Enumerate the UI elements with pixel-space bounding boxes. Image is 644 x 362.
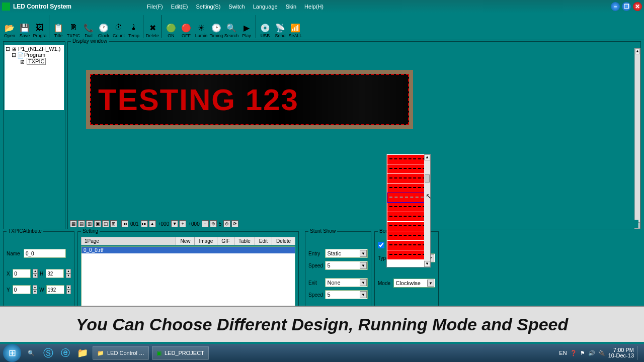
type-option-selected[interactable]: 2	[387, 193, 430, 202]
down-btn[interactable]: ▼	[171, 220, 178, 227]
mode-combo[interactable]: Clockwise▼	[393, 279, 435, 288]
close-button[interactable]: ✕	[633, 2, 642, 11]
clock[interactable]: 7:00 PM10-Dec-13	[608, 347, 634, 358]
menu-setting[interactable]: Setting(S)	[196, 4, 220, 10]
gif-button[interactable]: GIF	[217, 237, 234, 245]
ie-icon[interactable]: ⓔ	[58, 346, 72, 360]
volume-icon[interactable]: 🔊	[588, 350, 595, 356]
type-option[interactable]	[387, 184, 430, 193]
display-canvas[interactable]: TESTING 123	[70, 48, 633, 219]
task-item-1[interactable]: 📁LED Control …	[93, 346, 149, 360]
tree-txpic[interactable]: TXPIC	[27, 58, 46, 65]
menu-language[interactable]: Language	[253, 4, 278, 10]
table-button[interactable]: Table	[234, 237, 255, 245]
type-option[interactable]	[387, 155, 430, 164]
layout-btn-6[interactable]: ⊞	[110, 220, 117, 227]
list-item[interactable]: 0_0_0.rtf	[82, 247, 295, 253]
layout-btn-5[interactable]: ◫	[102, 220, 109, 227]
menu-switch[interactable]: Switch	[228, 4, 245, 10]
menu-help[interactable]: Help(H)	[304, 4, 324, 10]
explorer-icon[interactable]: 📁	[75, 346, 90, 360]
toolbar-clock[interactable]: 🕐Clock	[96, 14, 111, 39]
entry-combo[interactable]: Static▼	[325, 249, 368, 258]
toolbar-temp[interactable]: 🌡Temp	[126, 14, 141, 39]
toolbar-play[interactable]: ▶Play	[239, 14, 254, 39]
w-input[interactable]	[46, 285, 64, 294]
layout-btn-2[interactable]: ▤	[78, 220, 85, 227]
type-option[interactable]	[387, 222, 430, 231]
toolbar-seall[interactable]: 📶SeALL	[288, 14, 303, 39]
vertical-scrollbar[interactable]: ▲ ▼	[634, 48, 640, 229]
type-option[interactable]	[387, 231, 430, 240]
toolbar-dial[interactable]: 📞Dial	[81, 14, 96, 39]
y-input[interactable]	[13, 285, 31, 294]
type-option[interactable]	[387, 250, 430, 259]
tree-program[interactable]: Program	[24, 52, 45, 58]
skype-icon[interactable]: Ⓢ	[41, 346, 55, 360]
toolbar-count[interactable]: ⏱Count	[111, 14, 126, 39]
led-preview-frame[interactable]: TESTING 123	[86, 70, 413, 129]
edit-button[interactable]: Edit	[255, 237, 272, 245]
h-spinner[interactable]: ▲▼	[66, 269, 71, 278]
w-spinner[interactable]: ▲▼	[66, 285, 71, 294]
toolbar-save[interactable]: 💾Save	[17, 14, 32, 39]
first-page-btn[interactable]: ⏮	[121, 220, 128, 227]
toolbar-search[interactable]: 🔍Search	[224, 14, 239, 39]
toolbar-progra[interactable]: 🖼Progra	[32, 14, 47, 39]
power-icon[interactable]: 🔌	[598, 350, 605, 356]
toolbar-on[interactable]: 🟢ON	[164, 14, 179, 39]
name-input[interactable]	[24, 249, 66, 258]
type-option[interactable]	[387, 164, 430, 173]
toolbar-off[interactable]: 🔴OFF	[179, 14, 194, 39]
lang-indicator[interactable]: EN	[559, 350, 567, 356]
toolbar-title[interactable]: 📋Title	[51, 14, 66, 39]
tree-view[interactable]: ⊟🖥P1_(N1.ZH_W1.) ⊟📄Program 🖹TXPIC	[5, 45, 64, 110]
layout-btn-3[interactable]: ▥	[86, 220, 93, 227]
toolbar-usb[interactable]: 💿USB	[258, 14, 273, 39]
minimize-button[interactable]: –	[611, 2, 620, 11]
type-option[interactable]	[387, 212, 430, 221]
border-type-dropdown[interactable]: 2 ▲ ▼	[386, 154, 431, 267]
minus-btn[interactable]: −	[202, 220, 209, 227]
tray-app-icon[interactable]: 🔍	[24, 346, 38, 360]
x-input[interactable]	[13, 269, 31, 278]
speed2-combo[interactable]: 5▼	[325, 290, 368, 299]
last-page-btn[interactable]: ⏭	[141, 220, 148, 227]
plus-btn[interactable]: +	[179, 220, 186, 227]
toolbar-timing[interactable]: 🕑Timing	[209, 14, 224, 39]
up-btn[interactable]: ▲	[149, 220, 156, 227]
type-option[interactable]	[387, 241, 430, 250]
delete-button[interactable]: Delete	[272, 237, 295, 245]
task-item-2[interactable]: ▣LED_PROJECT	[152, 346, 209, 360]
speed1-combo[interactable]: 5▼	[325, 261, 368, 270]
h-input[interactable]	[46, 269, 64, 278]
image-button[interactable]: Image	[194, 237, 217, 245]
show-desktop[interactable]	[637, 346, 641, 360]
popup-scrollbar[interactable]: ▲ ▼	[424, 154, 430, 267]
enable-checkbox[interactable]	[378, 242, 384, 248]
exit-combo[interactable]: None▼	[325, 278, 368, 287]
maximize-button[interactable]: ❐	[622, 2, 631, 11]
y-spinner[interactable]: ▲▼	[33, 285, 37, 294]
shrink-btn[interactable]: ⊖	[223, 220, 230, 227]
toolbar-txpic[interactable]: 🖹TXPIC	[66, 14, 81, 39]
x-spinner[interactable]: ▲▼	[33, 269, 38, 278]
tree-root[interactable]: P1_(N1.ZH_W1.)	[18, 46, 60, 52]
menu-file[interactable]: File(F)	[147, 4, 163, 10]
tray-icon[interactable]: ⚑	[580, 350, 585, 356]
toolbar-lumin[interactable]: ☀Lumin	[194, 14, 209, 39]
tray-icon[interactable]: ❓	[570, 350, 577, 356]
menu-edit[interactable]: Edit(E)	[171, 4, 188, 10]
toolbar-delete[interactable]: ✖Delete	[145, 14, 160, 39]
new-button[interactable]: New	[176, 237, 194, 245]
layout-btn-4[interactable]: ▣	[94, 220, 101, 227]
toolbar-open[interactable]: 📂Open	[2, 14, 17, 39]
target-btn[interactable]: ⊕	[210, 220, 217, 227]
toolbar-send[interactable]: 📡Send	[273, 14, 288, 39]
start-button[interactable]: ⊞	[3, 344, 21, 362]
menu-skin[interactable]: Skin	[286, 4, 296, 10]
fit-btn[interactable]: ⟳	[231, 220, 238, 227]
type-option[interactable]	[387, 174, 430, 183]
type-option[interactable]	[387, 203, 430, 212]
layout-btn-1[interactable]: ▦	[70, 220, 77, 227]
